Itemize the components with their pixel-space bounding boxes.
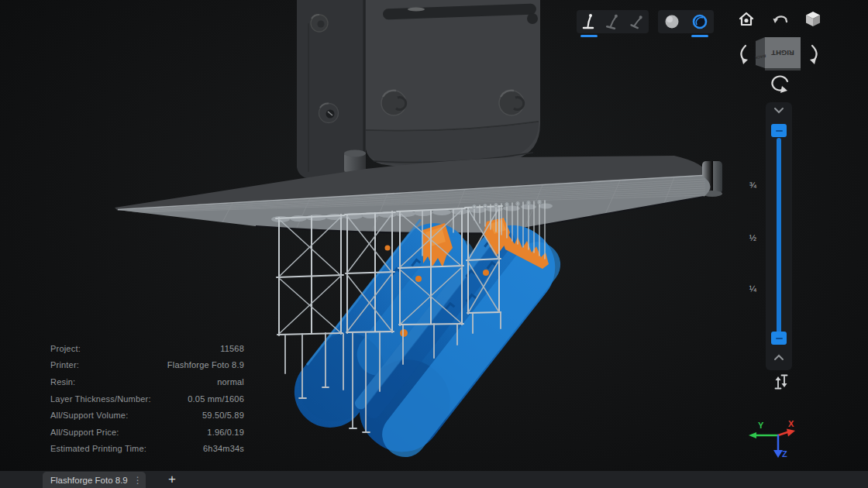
selected-underline [580,35,598,37]
support-type-3-icon [629,12,645,31]
rotate-right-button[interactable] [810,46,817,64]
info-label: All/Support Volume: [50,411,128,420]
slider-tick-quarter: ¼ [739,284,756,294]
info-label: Estimated Printing Time: [50,444,146,453]
undo-button[interactable] [770,9,791,29]
info-row-print-time: Estimated Printing Time: 6h34m34s [50,441,244,458]
solid-sphere-icon [664,14,680,29]
solid-view-button[interactable] [658,10,686,33]
chevron-up-icon [773,353,785,361]
support-type-3-button[interactable] [625,10,649,33]
printer-arm [297,0,540,179]
support-type-2-icon [605,12,621,31]
view-cube[interactable]: RIGHT BACK [754,37,801,70]
info-label: Printer: [50,360,79,369]
info-label: Project: [50,344,81,353]
view-cube-front-label: RIGHT [771,49,794,57]
minus-mark [776,338,783,339]
info-label: Resin: [50,377,75,387]
chevron-down-icon [773,107,785,115]
slider-step-up-button[interactable] [773,107,785,115]
info-value: 1.96/0.19 [207,428,244,437]
layer-range-button[interactable] [771,373,791,391]
viewport-3d[interactable]: Y X Z [0,0,868,471]
info-row-project: Project: 11568 [50,340,244,357]
axis-indicator: Y X Z [749,419,795,459]
minus-mark [776,130,783,132]
cube-icon [804,10,822,29]
slider-tick-half: ½ [739,233,756,242]
slider-tick-three-quarters: ¾ [739,180,756,190]
plate-tab-bar: Flashforge Foto 8.9 ⋮ + [0,471,868,488]
info-value: 11568 [220,344,244,353]
info-label: Layer Thickness/Number: [50,394,151,404]
info-value: 6h34m34s [203,444,244,453]
info-row-price: All/Support Price: 1.96/0.19 [50,424,244,441]
info-row-printer: Printer: Flashforge Foto 8.9 [50,357,244,374]
tab-menu-icon[interactable]: ⋮ [128,475,148,486]
home-icon [737,10,756,29]
plus-icon: + [168,472,176,487]
undo-icon [770,10,790,29]
layer-range-icon [773,373,790,390]
support-type-2-button[interactable] [601,10,625,33]
info-row-layer-thickness: Layer Thickness/Number: 0.05 mm/1606 [50,390,244,407]
layer-slider-panel [766,102,792,370]
info-value: normal [217,377,244,387]
axis-y-label: Y [758,421,764,430]
support-mode-group [577,10,649,33]
tab-label: Flashforge Foto 8.9 [43,476,128,485]
info-row-volume: All/Support Volume: 59.50/5.89 [50,407,244,424]
info-row-resin: Resin: normal [50,373,244,390]
info-label: All/Support Price: [50,428,119,437]
info-value: Flashforge Foto 8.9 [167,360,244,369]
render-mode-group [658,10,714,33]
slider-step-down-button[interactable] [773,353,785,361]
transparent-sphere-icon [691,13,708,30]
info-value: 59.50/5.89 [202,411,244,420]
rotate-left-button[interactable] [741,46,748,64]
home-view-button[interactable] [735,9,757,29]
slider-top-handle[interactable] [771,124,787,137]
cube-view-button[interactable] [802,9,824,29]
support-type-1-button[interactable] [577,10,601,33]
axis-x-label: X [788,419,794,428]
print-info-panel: Project: 11568 Printer: Flashforge Foto … [50,340,244,457]
slider-bottom-handle[interactable] [771,332,787,345]
transparent-view-button[interactable] [686,10,714,33]
selected-underline [691,35,708,37]
tab-flashforge-foto[interactable]: Flashforge Foto 8.9 ⋮ [43,472,146,488]
slider-track[interactable] [777,138,781,335]
axis-z-label: Z [782,449,787,459]
rotate-up-button[interactable] [772,77,787,93]
info-value: 0.05 mm/1606 [188,394,244,404]
support-type-1-icon [581,12,597,31]
app-window: Y X Z [0,0,868,488]
add-plate-button[interactable]: + [160,471,184,488]
